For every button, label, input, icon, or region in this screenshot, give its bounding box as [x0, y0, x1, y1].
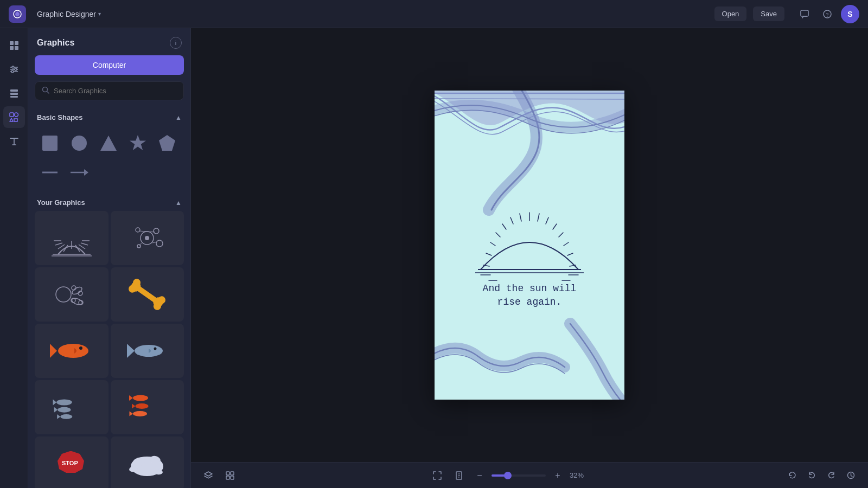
- svg-rect-113: [231, 472, 234, 475]
- svg-rect-1: [801, 10, 808, 16]
- undo-btn[interactable]: [803, 467, 820, 484]
- save-button[interactable]: Save: [753, 7, 784, 21]
- svg-text:And the sun will: And the sun will: [483, 283, 577, 294]
- redo-btn[interactable]: [822, 467, 840, 484]
- sidebar-item-shapes[interactable]: [3, 106, 25, 128]
- search-input[interactable]: [54, 87, 177, 95]
- svg-line-98: [490, 242, 495, 246]
- svg-marker-77: [129, 395, 133, 401]
- svg-rect-115: [231, 476, 234, 479]
- svg-point-11: [12, 66, 14, 68]
- fullscreen-btn[interactable]: [429, 467, 446, 484]
- shape-arrow[interactable]: [66, 159, 92, 185]
- your-graphics-title: Your Graphics: [37, 198, 85, 207]
- svg-marker-73: [54, 407, 58, 413]
- svg-point-50: [56, 287, 71, 302]
- graphic-thumb-sun[interactable]: [35, 211, 108, 265]
- shape-square[interactable]: [37, 130, 63, 156]
- basic-shapes-title: Basic Shapes: [37, 113, 83, 121]
- sidebar-item-grid[interactable]: [3, 35, 25, 56]
- svg-rect-16: [10, 96, 18, 98]
- reset-btn[interactable]: [783, 467, 801, 484]
- svg-rect-21: [42, 136, 58, 151]
- search-box[interactable]: [35, 81, 184, 100]
- chat-icon-btn[interactable]: [795, 5, 814, 23]
- svg-marker-25: [159, 135, 175, 151]
- user-avatar[interactable]: S: [841, 5, 859, 23]
- dropdown-chevron: ▾: [98, 11, 101, 17]
- zoom-controls: − + 32%: [472, 468, 589, 483]
- svg-point-22: [72, 136, 87, 151]
- svg-point-51: [71, 286, 83, 296]
- design-canvas[interactable]: And the sun will rise again.: [435, 91, 624, 400]
- svg-line-47: [139, 231, 147, 232]
- search-icon: [42, 86, 49, 95]
- svg-marker-65: [50, 344, 57, 358]
- fit-page-btn[interactable]: [450, 467, 468, 484]
- info-icon[interactable]: i: [170, 37, 182, 49]
- svg-point-44: [156, 240, 163, 247]
- zoom-in-btn[interactable]: +: [550, 468, 565, 483]
- svg-line-101: [567, 253, 573, 255]
- shape-circle[interactable]: [66, 130, 92, 156]
- zoom-out-btn[interactable]: −: [472, 468, 487, 483]
- zoom-percent-label: 32%: [570, 471, 589, 479]
- svg-marker-75: [57, 414, 60, 419]
- sidebar-item-text[interactable]: [3, 130, 25, 152]
- svg-marker-79: [132, 404, 136, 409]
- svg-marker-68: [127, 344, 135, 358]
- graphic-thumb-stop-sign[interactable]: STOP: [35, 436, 108, 488]
- open-button[interactable]: Open: [714, 7, 747, 21]
- svg-line-92: [510, 217, 513, 224]
- sidebar-item-layers[interactable]: [3, 82, 25, 104]
- computer-button[interactable]: Computer: [35, 55, 184, 75]
- zoom-slider[interactable]: [492, 474, 546, 477]
- shape-star[interactable]: [125, 130, 151, 156]
- your-graphics-toggle[interactable]: ▲: [175, 199, 182, 207]
- shape-triangle[interactable]: [95, 130, 122, 156]
- graphic-thumb-fish-blue[interactable]: [111, 324, 184, 378]
- graphic-thumb-splat[interactable]: [111, 436, 184, 488]
- svg-line-95: [553, 224, 557, 229]
- svg-rect-6: [10, 46, 14, 50]
- svg-marker-24: [130, 135, 146, 150]
- help-icon-btn[interactable]: ?: [818, 5, 837, 23]
- shape-pentagon[interactable]: [154, 130, 180, 156]
- svg-line-91: [538, 214, 539, 221]
- svg-rect-112: [226, 472, 229, 475]
- topbar-icons: ? S: [795, 5, 859, 23]
- graphic-thumb-bone-yellow[interactable]: [111, 267, 184, 322]
- bottom-right-icons: [783, 467, 859, 484]
- svg-line-93: [546, 217, 548, 224]
- app-logo[interactable]: [9, 5, 26, 23]
- svg-point-76: [133, 395, 148, 401]
- graphic-thumb-bubbles[interactable]: [111, 211, 184, 265]
- grid-view-btn[interactable]: [221, 467, 239, 484]
- bottom-toolbar: − + 32%: [191, 462, 868, 488]
- svg-point-13: [11, 70, 14, 73]
- svg-line-100: [486, 253, 492, 255]
- shape-line[interactable]: [37, 159, 63, 185]
- svg-rect-15: [10, 93, 18, 95]
- basic-shapes-toggle[interactable]: ▲: [175, 114, 182, 121]
- svg-line-94: [502, 224, 506, 229]
- layers-btn[interactable]: [200, 467, 217, 484]
- svg-point-66: [79, 346, 82, 350]
- app-name-dropdown[interactable]: Graphic Designer ▾: [33, 8, 105, 21]
- graphic-thumb-fish-group-grey[interactable]: [35, 380, 108, 434]
- graphic-thumb-fish-group-orange[interactable]: [111, 380, 184, 434]
- history-btn[interactable]: [842, 467, 859, 484]
- svg-line-35: [81, 243, 88, 245]
- svg-rect-4: [10, 41, 14, 45]
- zoom-slider-thumb[interactable]: [504, 472, 512, 479]
- graphic-thumb-bone-ball[interactable]: [35, 267, 108, 322]
- panel-header: Graphics i: [28, 28, 190, 55]
- your-graphics-grid: STOP: [28, 211, 190, 488]
- svg-marker-23: [100, 136, 117, 151]
- svg-point-78: [136, 403, 149, 409]
- svg-point-43: [136, 228, 140, 232]
- sidebar-item-sliders[interactable]: [3, 59, 25, 80]
- canvas-viewport: And the sun will rise again.: [191, 28, 868, 462]
- svg-point-69: [154, 348, 157, 350]
- graphic-thumb-fish-orange[interactable]: [35, 324, 108, 378]
